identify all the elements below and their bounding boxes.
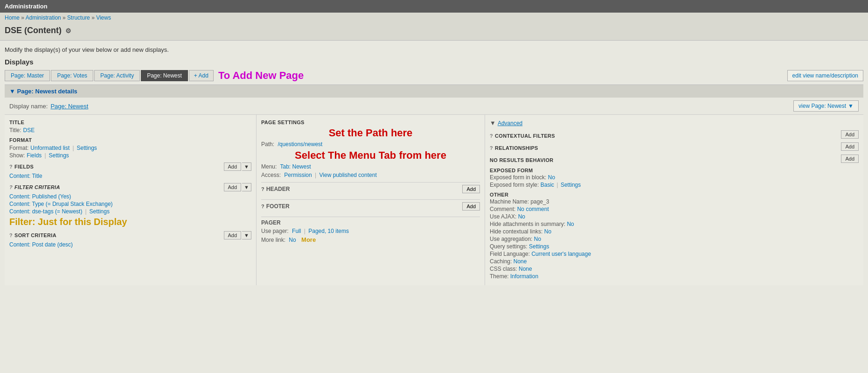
exposed-form-header: EXPOSED FORM [490,168,859,173]
path-label: Path: [261,141,274,148]
filter-published[interactable]: Content: Published (Yes) [9,193,71,200]
sort-help-icon: ? [9,232,13,238]
fields-add-arrow[interactable]: ▼ [242,162,251,171]
exposed-style-label: Exposed form style: [490,182,539,188]
sort-1: Content: Post date (desc) [9,241,251,248]
filter-section-row: ? FILTER CRITERIA Add ▼ [9,183,251,191]
view-page-label: view Page: Newest [799,103,846,109]
filter-add-arrow[interactable]: ▼ [242,183,251,191]
format-value[interactable]: Unformatted list [30,145,69,151]
filter-3-settings[interactable]: Settings [90,208,110,215]
caching-value[interactable]: None [514,258,527,265]
title-section-header: TITLE [9,120,251,125]
displays-tabs-row: Page: Master Page: Votes Page: Activity … [5,70,863,82]
field-language-value[interactable]: Current user's language [531,251,591,257]
title-row: Title: DSE [9,127,251,134]
caching-row: Caching: None [490,258,859,265]
sort-section-label: SORT CRITERIA [14,232,56,238]
sort-section-row: ? SORT CRITERIA Add ▼ [9,231,251,239]
show-row: Show: Fields | Settings [9,152,251,159]
tab-page-activity[interactable]: Page: Activity [94,70,140,81]
gear-icon[interactable]: ⚙ [65,27,71,35]
no-results-add-button[interactable]: Add [841,155,859,163]
hide-contextual-value[interactable]: No [544,228,551,235]
comment-row: Comment: No comment [490,206,859,212]
breadcrumb-administration[interactable]: Administration [26,14,61,21]
hide-attachments-value[interactable]: No [567,221,574,227]
show-settings-link[interactable]: Settings [49,152,69,159]
format-settings-link[interactable]: Settings [77,145,97,151]
use-aggregation-value[interactable]: No [534,236,541,242]
exposed-style-settings[interactable]: Settings [561,182,581,188]
contextual-add-button[interactable]: Add [841,130,859,139]
filter-type[interactable]: Content: Type (= Drupal Stack Exchange) [9,201,113,207]
caching-label: Caching: [490,258,512,265]
show-fields-link[interactable]: Fields [27,152,42,159]
theme-label: Theme: [490,273,509,280]
breadcrumb-structure[interactable]: Structure [67,14,90,21]
display-name-value[interactable]: Page: Newest [50,103,88,110]
exposed-block-value[interactable]: No [548,174,555,181]
comment-value[interactable]: No comment [517,206,549,212]
adv-arrow: ▼ [490,120,496,127]
footer-add-button[interactable]: Add [462,202,480,211]
access-view-published[interactable]: View published content [319,172,377,178]
fields-content-title[interactable]: Content: Title [9,173,42,179]
relationships-add-button[interactable]: Add [841,142,859,151]
edit-view-name-button[interactable]: edit view name/description [787,70,863,81]
access-permission[interactable]: Permission [284,172,312,178]
tab-page-votes[interactable]: Page: Votes [51,70,93,81]
use-pager-full[interactable]: Full [292,228,301,234]
hide-attachments-label: Hide attachments in summary: [490,221,565,227]
view-page-button[interactable]: view Page: Newest ▼ [793,100,859,112]
breadcrumb-views[interactable]: Views [96,14,111,21]
tab-page-newest[interactable]: Page: Newest [141,70,188,81]
no-results-header: NO RESULTS BEHAVIOR [490,157,554,163]
menu-value[interactable]: Tab: Newest [280,163,311,170]
fields-section-label: FIELDS [14,164,34,169]
path-value[interactable]: /questions/newest [278,141,322,148]
use-ajax-value[interactable]: No [518,213,525,220]
filter-tags[interactable]: Content: dse-tags (= Newest) [9,208,82,215]
hide-attachments-row: Hide attachments in summary: No [490,221,859,227]
footer-section: ? FOOTER Add [261,199,480,213]
machine-name-label: Machine Name: [490,198,529,205]
menu-label: Menu: [261,163,277,170]
use-ajax-label: Use AJAX: [490,213,516,220]
css-class-label: CSS class: [490,266,517,272]
sort-add-arrow[interactable]: ▼ [242,231,251,239]
comment-label: Comment: [490,206,515,212]
add-display-button[interactable]: + Add [189,70,214,81]
pager-header-row: PAGER [261,217,480,226]
query-settings-value[interactable]: Settings [529,243,549,250]
advanced-link[interactable]: Advanced [498,120,522,127]
access-row: Access: Permission | View published cont… [261,172,480,178]
fields-add-button[interactable]: Add [224,162,242,171]
use-pager-paged[interactable]: Paged, 10 items [308,228,349,234]
sort-post-date[interactable]: Content: Post date (desc) [9,241,73,248]
filter-add-button[interactable]: Add [224,183,242,191]
sort-add-button[interactable]: Add [224,231,242,239]
header-add-button[interactable]: Add [462,185,480,193]
chevron-down-icon-2: ▼ [848,103,854,109]
menu-annotation: Select The Menu Tab from here [261,149,480,162]
top-bar-title: Administration [5,3,48,10]
header-label: ? HEADER [261,186,290,192]
exposed-style-value[interactable]: Basic [541,182,554,188]
css-class-value[interactable]: None [519,266,532,272]
more-link-value[interactable]: No [289,237,296,243]
left-column: TITLE Title: DSE FORMAT Format: Unformat… [5,115,257,285]
fields-add-btn-wrap: Add ▼ [224,162,251,171]
page-details-header: ▼ Page: Newest details [5,84,863,98]
tab-page-master[interactable]: Page: Master [5,70,50,81]
page-title: DSE (Content) [5,26,62,35]
pager-section: PAGER Use pager: Full | Paged, 10 items … [261,217,480,243]
title-value[interactable]: DSE [23,127,35,134]
relationships-help-icon: ? [490,145,493,151]
page-settings-header: PAGE SETTINGS [261,120,480,125]
breadcrumb-home[interactable]: Home [5,14,20,21]
format-row: Format: Unformatted list | Settings [9,145,251,151]
mid-column: PAGE SETTINGS Set the Path here Path: /q… [257,115,485,285]
theme-value[interactable]: Information [510,273,538,280]
field-language-label: Field Language: [490,251,530,257]
